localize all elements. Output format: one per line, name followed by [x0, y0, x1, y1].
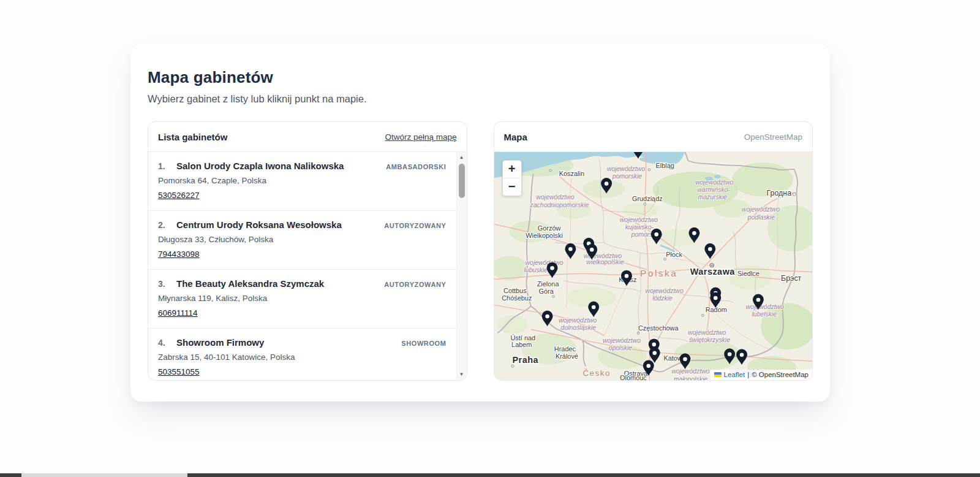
zoom-in-button[interactable]: + — [503, 161, 521, 178]
salon-item-header: 2.Centrum Urody Roksana WesołowskaAUTORY… — [158, 219, 447, 230]
map-canvas[interactable]: KoszalinElblągwojewództwopomorskiewojewó… — [494, 152, 813, 380]
list-panel-title: Lista gabinetów — [158, 132, 227, 142]
salon-number: 2. — [158, 220, 176, 230]
salon-item-header: 3.The Beauty Aleksandra SzymczakAUTORYZO… — [158, 278, 447, 289]
map-place-label: Góra — [538, 288, 554, 295]
salon-item-header: 4.Showroom FirmowySHOWROOM — [158, 337, 447, 348]
zoom-out-button[interactable]: − — [503, 178, 521, 196]
salon-phone-link[interactable]: 503551055 — [158, 367, 200, 376]
salon-item-header: 1.Salon Urody Czapla Iwona NalikowskaAMB… — [158, 161, 447, 171]
salon-name: Showroom Firmowy — [176, 337, 394, 348]
ukraine-flag-icon — [714, 372, 722, 377]
salon-type-badge: AUTORYZOWANY — [384, 222, 446, 229]
map-place-label: Králové — [555, 353, 578, 360]
map-place-label: województwo — [536, 194, 574, 200]
map-place-label: województwo — [602, 337, 640, 344]
salon-list: 1.Salon Urody Czapla Iwona NalikowskaAMB… — [148, 152, 456, 380]
salon-number: 3. — [158, 279, 176, 289]
salon-list-item[interactable]: 2.Centrum Urody Roksana WesołowskaAUTORY… — [148, 211, 456, 270]
map-panel: Mapa OpenStreetMap — [494, 121, 813, 381]
map-place-label: świętokrzyskie — [688, 337, 729, 343]
map-place-label: województwo — [688, 329, 726, 336]
panels: Lista gabinetów Otwórz pełną mapę 1.Salo… — [148, 121, 813, 381]
map-place-label: Česko — [582, 368, 611, 378]
map-place-label: Częstochowa — [638, 324, 679, 332]
salon-address: Młynarska 119, Kalisz, Polska — [158, 294, 447, 303]
map-place-label: łódzkie — [652, 295, 673, 302]
map-place-label: Praha — [512, 355, 538, 365]
salon-type-badge: AMBASADORSKI — [386, 163, 446, 170]
map-place-label: Гродна — [766, 189, 791, 197]
map-card: Mapa gabinetów Wybierz gabinet z listy l… — [130, 44, 830, 402]
salon-list-item[interactable]: 3.The Beauty Aleksandra SzymczakAUTORYZO… — [148, 270, 456, 329]
salon-type-badge: AUTORYZOWANY — [384, 281, 446, 288]
map-place-label: województwo — [745, 303, 783, 310]
page-horizontal-scrollbar[interactable] — [0, 473, 980, 477]
map-place-label: województwo — [695, 179, 733, 186]
page-title: Mapa gabinetów — [148, 67, 813, 87]
map-place-label: dolnośląskie — [560, 324, 596, 331]
salon-phone-link[interactable]: 794433098 — [158, 250, 200, 259]
map-place-label: Olomouc — [620, 374, 647, 380]
map-panel-header: Mapa OpenStreetMap — [494, 122, 813, 152]
map-place-label: Płock — [666, 251, 682, 258]
map-place-label: lubuskie — [524, 267, 547, 273]
attribution-separator: | — [747, 371, 749, 378]
map-source-label: OpenStreetMap — [744, 132, 802, 142]
list-scrollbar-thumb[interactable] — [459, 164, 465, 198]
map-place-label: Radom — [705, 306, 726, 313]
openstreetmap-tile[interactable]: KoszalinElblągwojewództwopomorskiewojewó… — [494, 152, 813, 380]
map-place-label: Labem — [511, 341, 532, 348]
map-place-label: Cottbus — [503, 287, 527, 294]
map-place-label: lubelskie — [752, 311, 777, 318]
map-place-label: województwo — [619, 216, 657, 223]
map-place-label: Grudziądz — [631, 195, 662, 202]
map-place-label: małopolskie — [673, 376, 707, 380]
map-place-label: Zielona — [537, 280, 559, 288]
page-subtitle: Wybierz gabinet z listy lub kliknij punk… — [148, 93, 813, 105]
salon-phone-link[interactable]: 606911114 — [158, 308, 198, 318]
map-place-label: opolskie — [608, 345, 631, 351]
salon-address: Zabrska 15, 40-101 Katowice, Polska — [158, 353, 447, 362]
salon-list-item[interactable]: 1.Salon Urody Czapla Iwona NalikowskaAMB… — [148, 152, 456, 211]
salon-name: The Beauty Aleksandra Szymczak — [176, 278, 377, 289]
map-place-label: Брэст — [781, 274, 802, 283]
salon-list-item[interactable]: 4.Showroom FirmowySHOWROOMZabrska 15, 40… — [148, 329, 456, 380]
leaflet-link[interactable]: Leaflet — [724, 371, 745, 378]
map-place-label: Chóśebuz — [502, 294, 532, 302]
salon-type-badge: SHOWROOM — [401, 340, 446, 347]
salon-number: 1. — [158, 161, 176, 171]
map-place-label: Wielkopolski — [526, 232, 563, 239]
map-zoom-control: + − — [502, 160, 522, 196]
map-place-label: Polska — [640, 268, 677, 278]
open-full-map-link[interactable]: Otwórz pełną mapę — [385, 132, 456, 142]
salon-phone-link[interactable]: 530526227 — [158, 191, 200, 200]
map-place-label: Elbląg — [655, 162, 674, 169]
map-place-label: warmińsko- — [697, 186, 730, 193]
list-scrollbar[interactable]: ▲ ▼ — [456, 152, 467, 380]
map-place-label: województwo — [671, 368, 709, 375]
map-place-label: Hradec — [554, 345, 576, 353]
salon-name: Salon Urody Czapla Iwona Nalikowska — [176, 161, 379, 171]
salon-address: Długosza 33, Człuchów, Polska — [158, 235, 447, 244]
scroll-down-arrow-icon[interactable]: ▼ — [457, 370, 467, 379]
horizontal-scrollbar-thumb[interactable] — [21, 473, 187, 477]
map-place-label: województwo — [606, 166, 644, 172]
salon-address: Pomorska 64, Czaple, Polska — [158, 176, 447, 185]
openstreetmap-copyright: © OpenStreetMap — [752, 371, 809, 378]
map-place-label: mazurskie — [698, 194, 727, 200]
map-place-label: Koszalin — [559, 170, 584, 177]
map-place-label: województwo — [525, 259, 563, 266]
scroll-up-arrow-icon[interactable]: ▲ — [457, 153, 467, 162]
salon-name: Centrum Urody Roksana Wesołowska — [176, 219, 377, 230]
map-place-label: Siedlce — [737, 270, 760, 277]
map-attribution: Leaflet | © OpenStreetMap — [710, 370, 812, 380]
map-place-label: województwo — [559, 317, 597, 324]
map-place-label: pomorskie — [611, 173, 641, 180]
salon-list-panel: Lista gabinetów Otwórz pełną mapę 1.Salo… — [148, 121, 467, 381]
map-place-label: zachodniopomorskie — [529, 202, 589, 208]
map-place-label: województwo — [741, 206, 779, 213]
map-place-label: wielkopolskie — [586, 258, 624, 265]
map-place-label: Warszawa — [690, 267, 735, 277]
map-place-label: kujawsko- — [625, 224, 654, 231]
